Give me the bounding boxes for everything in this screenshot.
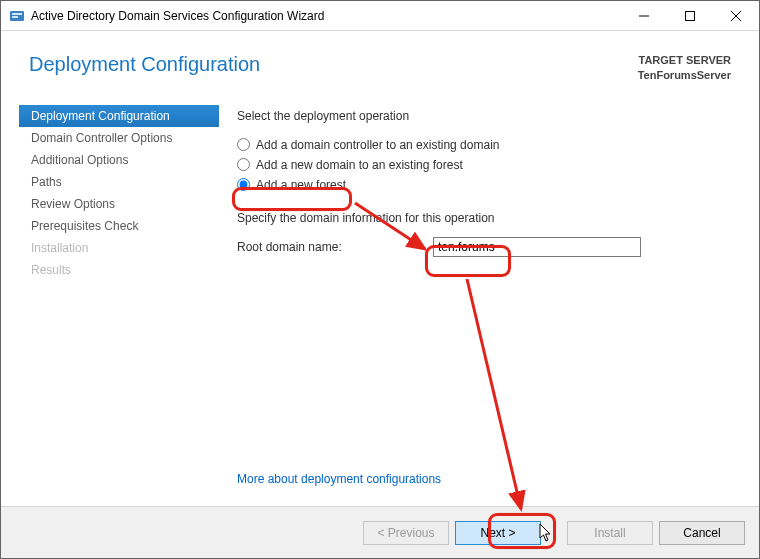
sidebar-item-installation: Installation — [19, 237, 219, 259]
sidebar-item-label: Paths — [31, 175, 62, 189]
radio-input[interactable] — [237, 158, 250, 171]
sidebar-item-paths[interactable]: Paths — [19, 171, 219, 193]
root-domain-row: Root domain name: — [237, 237, 729, 257]
more-about-link[interactable]: More about deployment configurations — [237, 472, 441, 486]
sidebar-item-label: Review Options — [31, 197, 115, 211]
maximize-button[interactable] — [667, 1, 713, 30]
sidebar-item-label: Results — [31, 263, 71, 277]
radio-label: Add a new forest — [256, 178, 346, 192]
root-domain-input[interactable] — [433, 237, 641, 257]
sidebar-item-label: Deployment Configuration — [31, 109, 170, 123]
titlebar: Active Directory Domain Services Configu… — [1, 1, 759, 31]
content: Select the deployment operation Add a do… — [219, 91, 759, 506]
minimize-button[interactable] — [621, 1, 667, 30]
sidebar-item-deployment-configuration[interactable]: Deployment Configuration — [19, 105, 219, 127]
header: Deployment Configuration TARGET SERVER T… — [1, 31, 759, 91]
sidebar: Deployment Configuration Domain Controll… — [1, 91, 219, 506]
body: Deployment Configuration Domain Controll… — [1, 91, 759, 506]
radio-input[interactable] — [237, 178, 250, 191]
spec-heading: Specify the domain information for this … — [237, 211, 729, 225]
next-button[interactable]: Next > — [455, 521, 541, 545]
sidebar-item-label: Prerequisites Check — [31, 219, 138, 233]
sidebar-item-prerequisites-check[interactable]: Prerequisites Check — [19, 215, 219, 237]
radio-label: Add a new domain to an existing forest — [256, 158, 463, 172]
sidebar-item-label: Additional Options — [31, 153, 128, 167]
sidebar-item-label: Domain Controller Options — [31, 131, 172, 145]
cancel-button[interactable]: Cancel — [659, 521, 745, 545]
sidebar-item-domain-controller-options[interactable]: Domain Controller Options — [19, 127, 219, 149]
radio-add-dc-existing-domain[interactable]: Add a domain controller to an existing d… — [237, 135, 729, 155]
target-server-name: TenForumsServer — [638, 68, 731, 83]
sidebar-item-additional-options[interactable]: Additional Options — [19, 149, 219, 171]
svg-rect-4 — [686, 11, 695, 20]
wizard-window: Active Directory Domain Services Configu… — [0, 0, 760, 559]
window-controls — [621, 1, 759, 30]
root-domain-label: Root domain name: — [237, 240, 433, 254]
previous-button: < Previous — [363, 521, 449, 545]
svg-rect-1 — [12, 13, 22, 15]
sidebar-item-label: Installation — [31, 241, 88, 255]
operation-heading: Select the deployment operation — [237, 109, 729, 123]
svg-rect-2 — [12, 16, 18, 18]
radio-add-new-forest[interactable]: Add a new forest — [237, 175, 729, 195]
app-icon — [9, 8, 25, 24]
sidebar-item-review-options[interactable]: Review Options — [19, 193, 219, 215]
radio-input[interactable] — [237, 138, 250, 151]
window-title: Active Directory Domain Services Configu… — [31, 9, 621, 23]
radio-add-domain-existing-forest[interactable]: Add a new domain to an existing forest — [237, 155, 729, 175]
radio-label: Add a domain controller to an existing d… — [256, 138, 499, 152]
close-button[interactable] — [713, 1, 759, 30]
install-button: Install — [567, 521, 653, 545]
target-server-label: TARGET SERVER — [638, 53, 731, 68]
footer: < Previous Next > Install Cancel — [1, 506, 759, 558]
page-title: Deployment Configuration — [29, 53, 638, 76]
target-server-box: TARGET SERVER TenForumsServer — [638, 53, 731, 83]
sidebar-item-results: Results — [19, 259, 219, 281]
